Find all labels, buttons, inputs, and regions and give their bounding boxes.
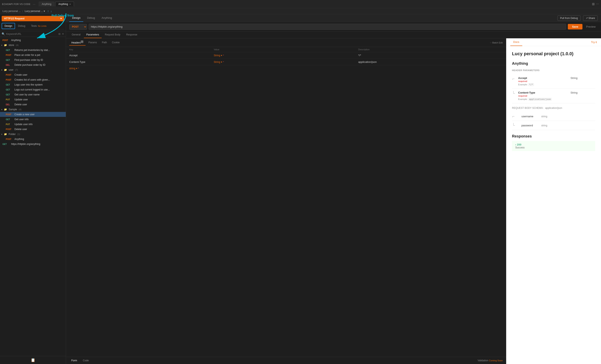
- add-icon[interactable]: 📋: [31, 358, 35, 362]
- url-input[interactable]: [89, 24, 566, 30]
- validation-label: Validation Coming Soon: [478, 359, 503, 362]
- response-200[interactable]: › 200 Success: [512, 141, 595, 151]
- tab-design[interactable]: Design: [2, 23, 15, 29]
- item-label: Update user: [14, 98, 28, 101]
- list-item[interactable]: POST Creates list of users with given...: [0, 77, 66, 82]
- list-item[interactable]: DEL Delete purchase order by ID: [0, 62, 66, 67]
- param-required: required: [518, 80, 567, 82]
- list-item[interactable]: POST Place an order for a pet: [0, 52, 66, 58]
- docs-body-param-username: ⌐ username string: [512, 112, 595, 121]
- group-count: (7): [15, 69, 18, 71]
- list-item[interactable]: PUT Update user: [0, 97, 66, 102]
- tab-tests[interactable]: Tests No Limits: [28, 23, 50, 29]
- url-bar: POST GET PUT DELETE Save Preview: [66, 22, 601, 31]
- row-type[interactable]: String ▾ *: [214, 61, 358, 63]
- sidebar-group-store[interactable]: ▾ 📁 store (4): [0, 43, 66, 48]
- list-item[interactable]: GET Logs out current logged in use...: [0, 87, 66, 92]
- row-type[interactable]: String ▾ *: [214, 54, 358, 57]
- tab-debug[interactable]: Debug: [84, 14, 98, 22]
- sidebar-group-folder[interactable]: ▾ 📁 Folder (1): [0, 132, 66, 137]
- group-count: (4): [19, 108, 21, 111]
- tab-response[interactable]: Response: [124, 31, 140, 38]
- method-select[interactable]: POST GET PUT DELETE: [69, 24, 87, 30]
- row-key: Accept: [69, 54, 214, 57]
- method-badge: POST: [6, 74, 13, 76]
- tab-debug[interactable]: Debug: [15, 23, 28, 29]
- list-item[interactable]: GET Returns pet inventories by stat...: [0, 48, 66, 52]
- tab-path[interactable]: Path: [100, 40, 109, 45]
- code-tab[interactable]: Code: [81, 358, 91, 363]
- docs-param-accept: ⌐ Accept required Example: */* String: [512, 74, 595, 89]
- project-label[interactable]: Lucy personal ... ▾: [25, 10, 45, 13]
- body-param-name: password: [521, 124, 538, 127]
- workspace-label[interactable]: Lucy personal ...: [2, 10, 20, 13]
- chevron-down-icon: ▾: [221, 54, 222, 57]
- bottom-bar: Form Code Validation Coming Soon: [66, 357, 506, 364]
- clear-icon[interactable]: ✕: [62, 32, 64, 35]
- group-name: Folder: [9, 133, 16, 136]
- method-badge: GET: [6, 49, 13, 51]
- tab-anything[interactable]: Anything: [99, 14, 115, 22]
- sidebar-group-sample[interactable]: ▾ 📁 Sample (4): [0, 107, 66, 112]
- col-desc: Description: [358, 48, 503, 51]
- list-item[interactable]: POST Anything: [0, 137, 66, 142]
- sidebar-item-anything-post[interactable]: POST Anything: [0, 38, 66, 43]
- share-button[interactable]: ↗ Share: [583, 15, 598, 21]
- item-label: Place an order for a pet: [14, 54, 40, 56]
- chevron-down-icon: ▾: [1, 133, 2, 135]
- item-label: Create user: [14, 73, 27, 76]
- item-label: Anything: [11, 39, 21, 42]
- save-button[interactable]: Save: [568, 24, 582, 30]
- tab-design[interactable]: Design: [69, 14, 83, 22]
- batch-edit-button[interactable]: ··· Batch Edit: [490, 41, 503, 44]
- table-row[interactable]: Content-Type String ▾ * application/json: [66, 59, 506, 65]
- sync-icon[interactable]: ↑: [47, 10, 49, 13]
- tab-params[interactable]: Params: [86, 40, 99, 45]
- docs-section-title: Anything: [512, 61, 595, 66]
- tab-general[interactable]: General: [69, 31, 83, 38]
- sidebar-top: HTTP1/2 Request ▾ Design Debug Tests No …: [0, 14, 66, 31]
- tab-anything2[interactable]: Anything ✕: [55, 2, 74, 6]
- tab-parameters[interactable]: Parameters: [84, 31, 102, 38]
- top-bar-menu[interactable]: ···: [33, 2, 35, 6]
- bracket-top: ⌐: [512, 76, 515, 81]
- table-row-empty[interactable]: string ▾ *: [66, 65, 506, 71]
- filter-icon[interactable]: ⊞: [58, 32, 60, 35]
- sidebar-bottom: 📋: [0, 356, 66, 364]
- pull-debug-button[interactable]: Pull from Debug: [558, 15, 581, 21]
- preview-button[interactable]: Preview: [584, 24, 598, 30]
- tab-headers[interactable]: Headers2: [69, 40, 86, 46]
- tab-cookie[interactable]: Cookie: [110, 40, 122, 45]
- download-icon[interactable]: ↓: [50, 10, 52, 13]
- sidebar-item-create-new-user[interactable]: POST Create a new user: [0, 112, 66, 117]
- group-name: Sample: [9, 108, 17, 111]
- tab-docs[interactable]: Docs: [510, 38, 522, 46]
- item-label: Get user by user name: [14, 93, 40, 96]
- table-row[interactable]: Accept String ▾ * */*: [66, 52, 506, 59]
- list-item[interactable]: POST Delete user: [0, 127, 66, 132]
- list-item[interactable]: POST Create user: [0, 72, 66, 77]
- item-label: Find purchase order by ID: [14, 59, 43, 61]
- body-param-type: string: [541, 115, 547, 118]
- list-item[interactable]: GET Logs user into the system: [0, 82, 66, 87]
- tab-close-icon[interactable]: ✕: [69, 3, 71, 5]
- list-item[interactable]: GET Find purchase order by ID: [0, 58, 66, 62]
- sidebar-group-user[interactable]: ▾ 📁 user (7): [0, 67, 66, 72]
- list-item[interactable]: DEL Delete user: [0, 102, 66, 107]
- list-item[interactable]: GET Get user by user name: [0, 92, 66, 97]
- try-it-link[interactable]: Try it: [591, 40, 597, 44]
- list-item[interactable]: GET https://httpbin.org/anything: [0, 142, 66, 147]
- item-label: Anything: [14, 138, 24, 141]
- list-item[interactable]: GET Get user info: [0, 117, 66, 122]
- more-icon[interactable]: ···: [596, 2, 599, 6]
- tab-anything1[interactable]: Anything: [39, 2, 55, 6]
- top-bar-icons: ⊞ ···: [592, 2, 599, 6]
- item-label: https://httpbin.org/anything: [11, 143, 40, 145]
- form-tab[interactable]: Form: [69, 358, 79, 363]
- sidebar-item-update-user-info[interactable]: PUT Update user info: [0, 122, 66, 127]
- search-input[interactable]: [6, 32, 57, 35]
- row-type[interactable]: string ▾ *: [69, 67, 79, 70]
- tab-request-body[interactable]: Request Body: [102, 31, 123, 38]
- http-request-button[interactable]: HTTP1/2 Request ▾: [2, 16, 64, 21]
- layout-icon[interactable]: ⊞: [592, 2, 595, 6]
